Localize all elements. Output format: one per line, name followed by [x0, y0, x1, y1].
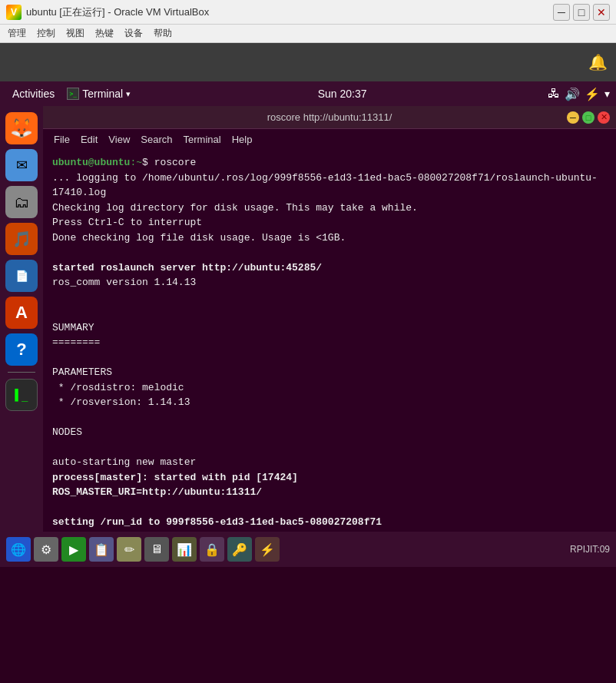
- volume-icon[interactable]: 🔊: [565, 87, 580, 101]
- vbox-menu-control[interactable]: 控制: [32, 25, 60, 41]
- vbox-menu-hotkeys[interactable]: 热键: [91, 25, 118, 41]
- bottom-right-label: RPIJIT:09: [570, 544, 610, 555]
- dock-icon-mail[interactable]: ✉: [5, 149, 38, 181]
- dock-icon-writer[interactable]: 📄: [5, 260, 38, 292]
- terminal-output-line-1: ... logging to /home/ubuntu/.ros/log/999…: [52, 172, 598, 199]
- network-icon[interactable]: 🖧: [548, 87, 560, 101]
- system-clock: Sun 20:37: [137, 88, 548, 100]
- terminal-prompt-path: :~: [130, 157, 142, 168]
- terminal-close-button[interactable]: ✕: [598, 111, 610, 124]
- bottom-icon-3[interactable]: ▶: [61, 537, 86, 562]
- terminal-menu-label: Terminal: [82, 88, 123, 100]
- vbox-menu-view[interactable]: 视图: [61, 25, 89, 41]
- terminal-titlebar: roscore http://ubuntu:11311/ ─ □ ✕: [43, 106, 616, 129]
- vbox-notification-icon[interactable]: 🔔: [587, 51, 608, 73]
- dock-icon-help[interactable]: ?: [5, 333, 38, 366]
- terminal-output-summary: SUMMARY ======== PARAMETERS * /rosdistro…: [52, 322, 196, 469]
- vbox-menubar: 管理 控制 视图 热键 设备 帮助: [0, 25, 616, 43]
- dock-icon-firefox[interactable]: 🦊: [5, 112, 38, 144]
- terminal-output-line-2: Checking log directory for disk usage. T…: [52, 202, 418, 214]
- bottom-icon-2[interactable]: ⚙: [34, 537, 58, 562]
- terminal-menu-help[interactable]: Help: [227, 132, 257, 147]
- vbox-menu-help[interactable]: 帮助: [149, 25, 177, 41]
- terminal-menu-chevron: ▾: [126, 89, 131, 99]
- terminal-maximize-button[interactable]: □: [582, 111, 594, 124]
- dock-icon-software[interactable]: A: [5, 297, 38, 329]
- terminal-minimize-button[interactable]: ─: [567, 111, 579, 124]
- ubuntu-bottombar: 🌐 ⚙ ▶ 📋 ✏ 🖥 📊 🔒 🔑 ⚡ RPIJIT:09: [0, 532, 616, 567]
- vbox-maximize-button[interactable]: □: [573, 4, 590, 21]
- terminal-window-controls: ─ □ ✕: [567, 111, 610, 124]
- vbox-toolbar: 🔔: [0, 43, 616, 81]
- terminal-output-bold-1: started roslaunch server http://ubuntu:4…: [52, 262, 322, 274]
- terminal-output-line-4: Done checking log file disk usage. Usage…: [52, 232, 346, 244]
- vbox-window-controls: ─ □ ✕: [553, 4, 610, 21]
- activities-button[interactable]: Activities: [6, 88, 61, 100]
- vbox-close-button[interactable]: ✕: [593, 4, 610, 21]
- terminal-output-line-3: Press Ctrl-C to interrupt: [52, 217, 202, 228]
- terminal-menubar: File Edit View Search Terminal Help: [43, 129, 616, 149]
- terminal-prompt-symbol: $ roscore: [142, 157, 196, 168]
- status-icons: 🖧 🔊 ⚡ ▾: [548, 87, 610, 101]
- bottom-icon-5[interactable]: ✏: [117, 537, 141, 562]
- vbox-window-title: ubuntu [正在运行] - Oracle VM VirtualBox: [26, 5, 553, 19]
- bottom-icon-4[interactable]: 📋: [89, 537, 114, 562]
- bottom-icon-6[interactable]: 🖥: [144, 537, 169, 562]
- terminal-menu-indicator[interactable]: >_ Terminal ▾: [61, 88, 137, 100]
- bottom-icon-7[interactable]: 📊: [172, 537, 197, 562]
- bottom-icon-10[interactable]: ⚡: [255, 537, 280, 562]
- bottom-icon-9[interactable]: 🔑: [227, 537, 252, 562]
- terminal-window: roscore http://ubuntu:11311/ ─ □ ✕ File …: [43, 106, 616, 567]
- vbox-app-icon: V: [6, 5, 22, 20]
- terminal-small-icon: >_: [67, 88, 79, 100]
- ubuntu-desktop: Activities >_ Terminal ▾ Sun 20:37 🖧 🔊 ⚡…: [0, 81, 616, 567]
- terminal-menu-search[interactable]: Search: [136, 132, 177, 147]
- dock-icon-audio[interactable]: 🎵: [5, 223, 38, 255]
- vbox-menu-manage[interactable]: 管理: [3, 25, 31, 41]
- vbox-minimize-button[interactable]: ─: [553, 4, 570, 21]
- dock-icon-files[interactable]: 🗂: [5, 186, 38, 218]
- dock-divider: [8, 372, 35, 373]
- terminal-content[interactable]: ubuntu@ubuntu:~$ roscore ... logging to …: [43, 149, 616, 567]
- vbox-menu-devices[interactable]: 设备: [120, 25, 147, 41]
- terminal-prompt-user: ubuntu@ubuntu: [52, 157, 130, 168]
- terminal-output-bold-2: process[master]: started with pid [17424…: [52, 472, 298, 499]
- dock-icon-terminal[interactable]: ▌_: [5, 379, 38, 411]
- system-menu-chevron[interactable]: ▾: [604, 88, 610, 100]
- terminal-menu-view[interactable]: View: [104, 132, 134, 147]
- terminal-window-title: roscore http://ubuntu:11311/: [267, 111, 392, 123]
- bottom-icon-8[interactable]: 🔒: [200, 537, 224, 562]
- terminal-menu-terminal[interactable]: Terminal: [179, 132, 226, 147]
- ubuntu-topbar: Activities >_ Terminal ▾ Sun 20:37 🖧 🔊 ⚡…: [0, 81, 616, 106]
- terminal-menu-edit[interactable]: Edit: [76, 132, 102, 147]
- bottom-icon-1[interactable]: 🌐: [6, 537, 31, 562]
- terminal-menu-file[interactable]: File: [49, 132, 75, 147]
- terminal-output-line-5: ros_comm version 1.14.13: [52, 277, 196, 288]
- vbox-titlebar: V ubuntu [正在运行] - Oracle VM VirtualBox ─…: [0, 0, 616, 25]
- power-icon[interactable]: ⚡: [585, 87, 600, 101]
- ubuntu-sidebar-dock: 🦊 ✉ 🗂 🎵 📄 A ? ▌_: [0, 106, 43, 567]
